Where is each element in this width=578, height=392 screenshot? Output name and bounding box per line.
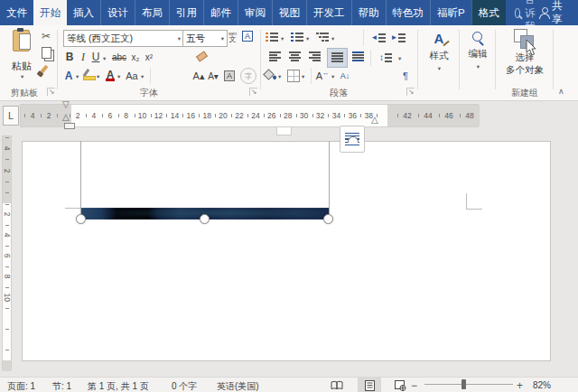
left-indent-marker[interactable] bbox=[64, 123, 75, 129]
font-color-dropdown-arrow[interactable]: ▾ bbox=[117, 73, 120, 80]
paste-button[interactable]: 粘贴 ▾ bbox=[7, 30, 36, 84]
shading-button[interactable] bbox=[264, 69, 275, 80]
zoom-out-button[interactable]: − bbox=[411, 379, 417, 392]
web-layout-button[interactable] bbox=[388, 378, 412, 392]
text-highlight-button[interactable] bbox=[83, 69, 94, 80]
paragraph-dialog-launcher[interactable]: ↘ bbox=[406, 88, 415, 96]
horizontal-ruler[interactable]: 4224681012141618202224262830323436384244… bbox=[20, 104, 479, 127]
hanging-indent-marker[interactable]: △ bbox=[62, 113, 70, 122]
editing-button[interactable]: 编辑 ▾ bbox=[462, 31, 493, 70]
italic-button[interactable]: I bbox=[79, 50, 88, 64]
first-line-indent-marker[interactable]: ▽ bbox=[62, 100, 70, 109]
increase-indent-button[interactable]: ► bbox=[390, 30, 406, 44]
distribute-button[interactable] bbox=[352, 51, 365, 62]
character-shading-button[interactable]: A bbox=[224, 69, 235, 83]
underline-button[interactable]: U bbox=[90, 50, 101, 64]
clipboard-dialog-launcher[interactable]: ↘ bbox=[47, 88, 55, 96]
justify-button-selected[interactable] bbox=[327, 48, 348, 68]
align-center-button[interactable] bbox=[289, 51, 302, 62]
sort-button[interactable]: A↓ bbox=[338, 69, 352, 83]
grow-font-button[interactable]: A▴ bbox=[191, 69, 206, 83]
text-effects-dropdown-arrow[interactable]: ▾ bbox=[76, 73, 79, 80]
tab-福昕P[interactable]: 福昕P bbox=[430, 0, 471, 25]
highlight-dropdown-arrow[interactable]: ▾ bbox=[97, 73, 99, 80]
phonetic-guide-button[interactable]: wén 文 bbox=[226, 29, 239, 45]
tab-引用[interactable]: 引用 bbox=[169, 0, 203, 25]
tab-视图[interactable]: 视图 bbox=[272, 0, 306, 25]
format-painter-icon[interactable] bbox=[41, 65, 49, 73]
tab-file[interactable]: 文件 bbox=[0, 0, 33, 25]
borders-button[interactable] bbox=[287, 70, 300, 82]
read-mode-button[interactable] bbox=[325, 378, 349, 392]
bullets-dropdown-arrow[interactable]: ▾ bbox=[281, 35, 284, 42]
share-button[interactable]: 共享 bbox=[539, 0, 566, 25]
styles-button[interactable]: A 样式 ▾ bbox=[421, 31, 457, 72]
shrink-font-button[interactable]: A▾ bbox=[206, 69, 220, 83]
layout-options-button[interactable] bbox=[340, 126, 365, 153]
status-page-info[interactable]: 第 1 页, 共 1 页 bbox=[88, 380, 149, 392]
tab-开发工[interactable]: 开发工 bbox=[306, 0, 351, 25]
font-size-combo[interactable]: 五号▾ bbox=[182, 30, 228, 47]
bold-button[interactable]: B bbox=[64, 50, 75, 64]
bullets-button[interactable] bbox=[266, 32, 278, 42]
underline-dropdown-arrow[interactable]: ▾ bbox=[103, 55, 106, 62]
shading-dropdown-arrow[interactable]: ▾ bbox=[278, 73, 281, 80]
print-layout-button[interactable] bbox=[358, 378, 381, 392]
tell-me-search[interactable]: 告诉我 bbox=[515, 0, 540, 25]
font-dialog-launcher[interactable]: ↘ bbox=[249, 88, 257, 96]
tab-邮件[interactable]: 邮件 bbox=[203, 0, 238, 25]
paste-dropdown-arrow[interactable]: ▾ bbox=[21, 73, 23, 80]
tab-审阅[interactable]: 审阅 bbox=[238, 0, 272, 25]
line-spacing-button[interactable]: ↕ bbox=[376, 50, 396, 64]
status-section[interactable]: 节: 1 bbox=[52, 380, 71, 392]
font-color-button[interactable]: A bbox=[105, 68, 116, 82]
resize-handle-bottom-left[interactable] bbox=[76, 214, 86, 224]
asian-layout-button[interactable]: A ↔ bbox=[316, 69, 329, 83]
tab-开始[interactable]: 开始 bbox=[33, 0, 67, 25]
tab-设计[interactable]: 设计 bbox=[100, 0, 135, 25]
tab-插入[interactable]: 插入 bbox=[67, 0, 100, 25]
tab-格式[interactable]: 格式 bbox=[471, 0, 506, 25]
resize-handle-bottom-center[interactable] bbox=[200, 214, 210, 224]
zoom-in-button[interactable]: + bbox=[517, 379, 523, 392]
zoom-slider-thumb[interactable] bbox=[461, 379, 466, 389]
tab-布局[interactable]: 布局 bbox=[135, 0, 169, 25]
tab-特色功[interactable]: 特色功 bbox=[386, 0, 431, 25]
status-page[interactable]: 页面: 1 bbox=[7, 380, 35, 392]
resize-handle-bottom-right[interactable] bbox=[323, 214, 333, 224]
tab-stop-selector[interactable]: L bbox=[3, 106, 19, 126]
numbering-button[interactable] bbox=[291, 32, 303, 42]
select-objects-button[interactable]: 选择 多个对象 bbox=[499, 29, 551, 77]
collapse-ribbon-button[interactable]: ∧ bbox=[558, 87, 564, 96]
asian-layout-dropdown-arrow[interactable]: ▾ bbox=[331, 73, 334, 80]
show-hide-marks-button[interactable]: ¶ bbox=[399, 69, 412, 83]
vertical-ruler[interactable]: 42246810 bbox=[2, 135, 12, 370]
change-case-dropdown-arrow[interactable]: ▾ bbox=[141, 73, 144, 80]
subscript-button[interactable]: x₂ bbox=[129, 50, 142, 64]
borders-dropdown-arrow[interactable]: ▾ bbox=[302, 73, 304, 80]
text-effects-button[interactable]: A bbox=[62, 69, 75, 83]
right-indent-marker[interactable]: △ bbox=[371, 116, 378, 125]
character-border-button[interactable]: A bbox=[242, 29, 253, 43]
numbering-dropdown-arrow[interactable]: ▾ bbox=[306, 35, 309, 42]
copy-icon[interactable] bbox=[42, 47, 51, 59]
change-case-button[interactable]: Aa bbox=[125, 69, 139, 83]
align-right-button[interactable] bbox=[309, 51, 322, 62]
align-left-button[interactable] bbox=[269, 51, 282, 62]
strikethrough-button[interactable]: abc bbox=[110, 50, 128, 64]
enclose-characters-button[interactable]: 字 bbox=[240, 68, 256, 84]
line-spacing-dropdown-arrow[interactable]: ▾ bbox=[398, 55, 401, 62]
tab-帮助[interactable]: 帮助 bbox=[351, 0, 386, 25]
zoom-level[interactable]: 82% bbox=[533, 380, 551, 390]
font-name-combo[interactable]: 等线 (西文正文)▾ bbox=[63, 30, 184, 47]
clear-formatting-button[interactable] bbox=[196, 51, 208, 61]
decrease-indent-button[interactable]: ◄ bbox=[370, 30, 387, 44]
status-language[interactable]: 英语(美国) bbox=[217, 380, 259, 392]
status-word-count[interactable]: 0 个字 bbox=[172, 380, 197, 392]
multilevel-list-button[interactable] bbox=[316, 32, 329, 42]
zoom-slider-track[interactable] bbox=[424, 384, 513, 385]
superscript-button[interactable]: x² bbox=[143, 50, 155, 64]
document-page[interactable] bbox=[22, 141, 551, 361]
cut-button[interactable]: ✂ bbox=[39, 29, 53, 43]
multilevel-dropdown-arrow[interactable]: ▾ bbox=[331, 35, 334, 42]
